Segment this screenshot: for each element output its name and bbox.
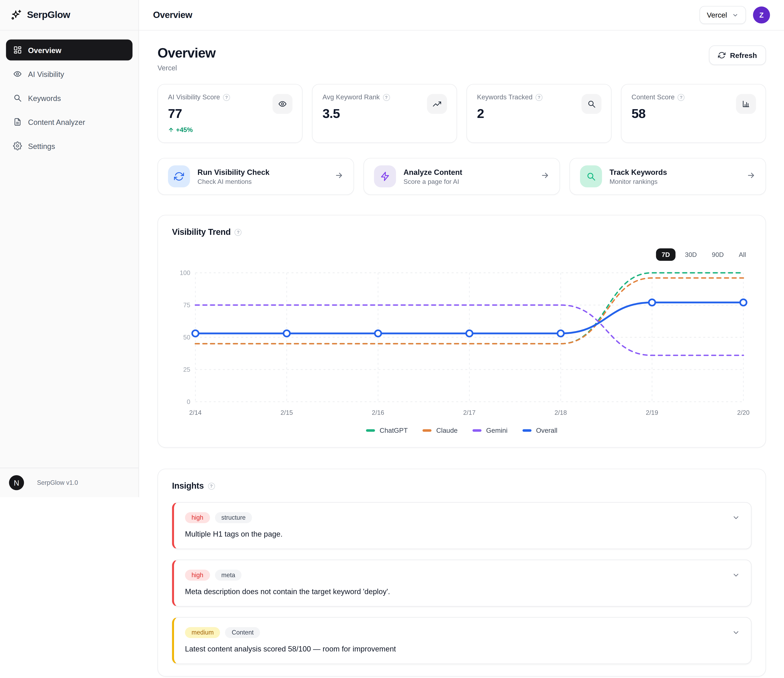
stats-grid: AI Visibility Score 77 +45% Avg Keyword …: [157, 84, 766, 143]
x-axis-tick: 2/16: [372, 409, 384, 416]
header-title: Overview: [153, 10, 192, 20]
eye-icon: [13, 69, 22, 78]
category-badge: meta: [215, 570, 242, 581]
workspace-avatar[interactable]: N: [9, 475, 24, 490]
top-header: Overview Vercel Z: [139, 0, 784, 30]
data-point-marker: [649, 299, 655, 306]
help-icon[interactable]: [223, 94, 230, 101]
legend-swatch: [366, 429, 375, 432]
y-axis-tick: 100: [180, 269, 190, 277]
help-icon[interactable]: [536, 94, 542, 101]
y-axis-tick: 0: [187, 398, 190, 406]
stat-icon-box: [273, 94, 293, 114]
sidebar-item-content-analyzer[interactable]: Content Analyzer: [6, 111, 132, 132]
range-90d[interactable]: 90D: [706, 248, 729, 261]
zap-icon: [380, 171, 390, 181]
arrow-up-icon: [168, 127, 174, 133]
chevron-down-icon[interactable]: [732, 571, 740, 581]
insights-title: Insights: [172, 481, 204, 491]
help-icon[interactable]: [383, 94, 390, 101]
chevron-down-icon: [732, 12, 739, 19]
y-axis-tick: 75: [183, 302, 190, 309]
legend-label: Claude: [436, 427, 458, 434]
app-root: SerpGlow Overview AI Visibility Keywords…: [0, 0, 784, 678]
gear-icon: [13, 142, 22, 150]
bar-chart-icon: [742, 100, 751, 108]
sidebar-item-overview[interactable]: Overview: [6, 39, 132, 61]
chevron-down-icon[interactable]: [732, 628, 740, 639]
refresh-label: Refresh: [730, 51, 757, 59]
refresh-button[interactable]: Refresh: [709, 45, 766, 65]
action-title: Analyze Content: [404, 168, 533, 176]
legend-label: ChatGPT: [380, 427, 408, 434]
workspace-dropdown[interactable]: Vercel: [699, 6, 746, 24]
insight-item[interactable]: high meta Meta description does not cont…: [172, 560, 751, 606]
severity-badge: medium: [185, 627, 220, 638]
action-analyze-content[interactable]: Analyze Content Score a page for AI: [363, 158, 560, 195]
stat-card-avg-keyword-rank: Avg Keyword Rank 3.5: [312, 84, 457, 143]
y-axis-tick: 50: [183, 334, 190, 341]
main-area: Overview Vercel Z Overview Vercel Refres…: [139, 0, 784, 678]
search-icon: [587, 100, 596, 108]
data-point-marker: [284, 330, 290, 337]
category-badge: Content: [225, 627, 260, 638]
chart-title: Visibility Trend: [172, 227, 231, 237]
legend-item-chatgpt: ChatGPT: [366, 427, 408, 434]
trending-up-icon: [432, 100, 441, 108]
sidebar-item-label: Keywords: [28, 94, 61, 102]
severity-badge: high: [185, 570, 210, 581]
stat-label: Avg Keyword Rank: [323, 93, 380, 101]
eye-icon: [278, 100, 287, 108]
trend-chart-svg: 02550751002/142/152/162/172/182/192/20: [172, 266, 751, 422]
range-7d[interactable]: 7D: [656, 248, 676, 261]
range-all[interactable]: All: [733, 248, 751, 261]
insight-message: Meta description does not contain the ta…: [185, 587, 724, 596]
sidebar: SerpGlow Overview AI Visibility Keywords…: [0, 0, 139, 497]
insight-item[interactable]: high structure Multiple H1 tags on the p…: [172, 502, 751, 549]
sidebar-item-label: Settings: [28, 142, 55, 150]
x-axis-tick: 2/15: [281, 409, 293, 416]
action-run-visibility-check[interactable]: Run Visibility Check Check AI mentions: [157, 158, 354, 195]
sidebar-item-label: AI Visibility: [28, 70, 64, 78]
action-title: Track Keywords: [609, 168, 739, 176]
y-axis-tick: 25: [183, 366, 190, 373]
dashboard-icon: [13, 45, 22, 54]
sidebar-item-ai-visibility[interactable]: AI Visibility: [6, 64, 132, 84]
help-icon[interactable]: [208, 483, 215, 490]
app-version: SerpGlow v1.0: [37, 479, 78, 486]
insight-item[interactable]: medium Content Latest content analysis s…: [172, 617, 751, 664]
user-avatar[interactable]: Z: [753, 6, 770, 23]
help-icon[interactable]: [678, 94, 684, 101]
stat-card-ai-visibility-score: AI Visibility Score 77 +45%: [157, 84, 302, 143]
action-subtitle: Monitor rankings: [609, 178, 739, 185]
sidebar-item-label: Overview: [28, 46, 61, 54]
action-title: Run Visibility Check: [198, 168, 327, 176]
sidebar-nav: Overview AI Visibility Keywords Content …: [0, 30, 139, 468]
stat-icon-box: [736, 94, 756, 114]
stat-card-content-score: Content Score 58: [621, 84, 766, 143]
x-axis-tick: 2/17: [463, 409, 476, 416]
chevron-down-icon[interactable]: [732, 514, 740, 524]
range-30d[interactable]: 30D: [680, 248, 702, 261]
action-subtitle: Check AI mentions: [198, 178, 327, 185]
legend-swatch: [522, 429, 531, 432]
app-title: SerpGlow: [27, 9, 70, 20]
page-head: Overview Vercel Refresh: [157, 45, 766, 72]
x-axis-tick: 2/20: [737, 409, 750, 416]
range-switcher: 7D 30D 90D All: [172, 248, 751, 261]
legend-item-gemini: Gemini: [473, 427, 508, 434]
sidebar-item-settings[interactable]: Settings: [6, 135, 132, 157]
action-track-keywords[interactable]: Track Keywords Monitor rankings: [569, 158, 766, 195]
help-icon[interactable]: [235, 229, 242, 236]
insights-list: high structure Multiple H1 tags on the p…: [172, 502, 751, 664]
x-axis-tick: 2/14: [189, 409, 202, 416]
insight-message: Latest content analysis scored 58/100 — …: [185, 645, 724, 653]
stat-card-keywords-tracked: Keywords Tracked 2: [466, 84, 611, 143]
legend-label: Overall: [536, 427, 557, 434]
quick-actions: Run Visibility Check Check AI mentions A…: [157, 158, 766, 195]
sidebar-item-keywords[interactable]: Keywords: [6, 87, 132, 109]
category-badge: structure: [215, 512, 252, 523]
legend-label: Gemini: [486, 427, 508, 434]
data-point-marker: [375, 330, 381, 337]
sidebar-footer: N SerpGlow v1.0: [0, 468, 139, 497]
